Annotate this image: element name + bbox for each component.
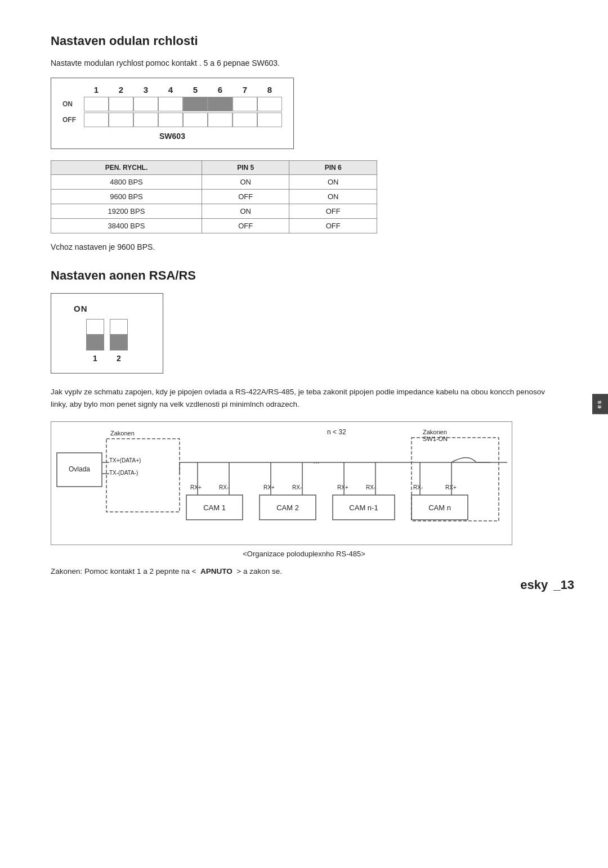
svg-text:SW1-ON: SW1-ON bbox=[423, 435, 448, 442]
svg-text:Zakonen: Zakonen bbox=[110, 430, 135, 437]
section1-subtitle: Nastavte modulan rychlost pomoc kontakt … bbox=[51, 59, 557, 68]
table-row: 4800 BPS ON ON bbox=[51, 175, 377, 190]
side-tab: es bbox=[592, 394, 608, 414]
svg-text:CAM n-1: CAM n-1 bbox=[349, 503, 378, 512]
rs-nums: 1 2 bbox=[74, 354, 140, 363]
on-cell-7 bbox=[233, 97, 257, 111]
bps-table: PEN. RYCHL. PIN 5 PIN 6 4800 BPS ON ON 9… bbox=[51, 160, 377, 233]
off-cell-5 bbox=[183, 113, 208, 127]
table-row: 19200 BPS ON OFF bbox=[51, 204, 377, 219]
bps-4800: 4800 BPS bbox=[51, 175, 202, 190]
on-label: ON bbox=[62, 100, 84, 108]
switch-numbers: 1 2 3 4 5 6 7 8 bbox=[84, 85, 282, 95]
rs-switch-1 bbox=[86, 319, 104, 350]
svg-text:RX+: RX+ bbox=[445, 484, 457, 491]
zakonen-note-suffix: > a zakon se. bbox=[236, 567, 282, 575]
on-cell-2 bbox=[109, 97, 133, 111]
on-cell-5 bbox=[183, 97, 208, 111]
bps-19200: 19200 BPS bbox=[51, 204, 202, 219]
on-cell-3 bbox=[133, 97, 158, 111]
rs-switch-2 bbox=[110, 319, 128, 350]
page: Nastaven odulan rchlosti Nastavte modula… bbox=[0, 0, 608, 609]
rs-switches bbox=[74, 319, 140, 350]
switch-row-off: OFF bbox=[62, 113, 282, 127]
rs-switch-2-top bbox=[110, 319, 128, 335]
svg-rect-17 bbox=[412, 438, 499, 521]
footer-page: _13 bbox=[553, 578, 574, 592]
zakonen-note-prefix: Zakonen: Pomoc kontakt 1 a 2 pepnte na < bbox=[51, 567, 196, 575]
svg-text:RX-: RX- bbox=[219, 484, 229, 491]
col-header-rychl: PEN. RYCHL. bbox=[51, 161, 202, 175]
sw603-diagram: 1 2 3 4 5 6 7 8 ON bbox=[51, 78, 294, 149]
off-cell-6 bbox=[208, 113, 233, 127]
section1-title: Nastaven odulan rchlosti bbox=[51, 34, 557, 48]
on-cell-1 bbox=[84, 97, 109, 111]
svg-text:Ovlada: Ovlada bbox=[69, 465, 90, 473]
zakonen-note: Zakonen: Pomoc kontakt 1 a 2 pepnte na <… bbox=[51, 567, 557, 575]
bps-38400: 38400 BPS bbox=[51, 219, 202, 233]
svg-text:CAM 1: CAM 1 bbox=[203, 503, 226, 512]
switch-row-on: ON bbox=[62, 97, 282, 111]
rs485-svg: Ovlada Zakonen TX+(DATA+) TX-(DATA-) CAM… bbox=[51, 422, 512, 545]
default-note: Vchoz nastaven je 9600 BPS. bbox=[51, 242, 557, 251]
footer-brand: esky bbox=[520, 578, 548, 592]
svg-text:RX-: RX- bbox=[366, 484, 375, 491]
diagram-caption: <Organizace poloduplexnho RS-485> bbox=[51, 550, 557, 558]
off-cells bbox=[84, 113, 282, 127]
off-cell-2 bbox=[109, 113, 133, 127]
svg-text:CAM 2: CAM 2 bbox=[276, 503, 299, 512]
section2-title: Nastaven aonen RSA/RS bbox=[51, 268, 557, 283]
svg-text:RX+: RX+ bbox=[190, 484, 202, 491]
svg-text:RX-: RX- bbox=[413, 484, 423, 491]
rs485-diagram-wrapper: Ovlada Zakonen TX+(DATA+) TX-(DATA-) CAM… bbox=[51, 421, 512, 545]
on-cell-4 bbox=[158, 97, 183, 111]
on-cells bbox=[84, 97, 282, 111]
off-cell-1 bbox=[84, 113, 109, 127]
on-cell-6 bbox=[208, 97, 233, 111]
sw603-label: SW603 bbox=[62, 132, 282, 141]
svg-text:RX-: RX- bbox=[292, 484, 302, 491]
off-cell-8 bbox=[257, 113, 282, 127]
svg-text:RX+: RX+ bbox=[337, 484, 348, 491]
off-cell-7 bbox=[233, 113, 257, 127]
rs-switch-box: ON 1 2 bbox=[51, 293, 163, 374]
rs-num-2: 2 bbox=[110, 354, 128, 363]
rs-num-1: 1 bbox=[86, 354, 104, 363]
svg-text:Zakonen: Zakonen bbox=[423, 429, 447, 435]
svg-text:RX+: RX+ bbox=[263, 484, 275, 491]
bps-9600: 9600 BPS bbox=[51, 190, 202, 204]
footer: esky _13 bbox=[520, 578, 574, 592]
col-header-pin6: PIN 6 bbox=[289, 161, 377, 175]
body-text: Jak vyplv ze schmatu zapojen, kdy je pip… bbox=[51, 386, 557, 410]
rs-switch-1-bottom bbox=[86, 335, 104, 350]
rs-on-label: ON bbox=[74, 304, 140, 313]
col-header-pin5: PIN 5 bbox=[202, 161, 289, 175]
svg-text:···: ··· bbox=[313, 458, 320, 467]
table-row: 38400 BPS OFF OFF bbox=[51, 219, 377, 233]
svg-text:CAM n: CAM n bbox=[428, 503, 451, 512]
svg-text:n < 32: n < 32 bbox=[327, 428, 346, 436]
section1: Nastaven odulan rchlosti Nastavte modula… bbox=[51, 34, 557, 251]
rs-switch-1-top bbox=[86, 319, 104, 335]
svg-text:TX-(DATA-): TX-(DATA-) bbox=[109, 470, 138, 476]
svg-text:TX+(DATA+): TX+(DATA+) bbox=[109, 457, 141, 464]
rs-switch-2-bottom bbox=[110, 335, 128, 350]
table-row: 9600 BPS OFF ON bbox=[51, 190, 377, 204]
section2: Nastaven aonen RSA/RS ON 1 2 Jak vyplv z… bbox=[51, 268, 557, 575]
zakonen-bold: APNUTO bbox=[200, 567, 233, 575]
off-cell-3 bbox=[133, 113, 158, 127]
on-cell-8 bbox=[257, 97, 282, 111]
off-cell-4 bbox=[158, 113, 183, 127]
off-label: OFF bbox=[62, 116, 84, 124]
